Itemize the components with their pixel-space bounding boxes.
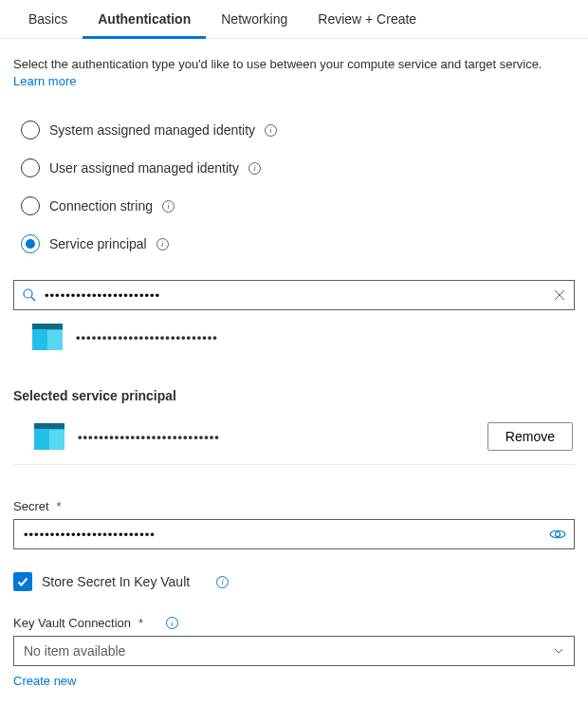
radio-connection-string[interactable]: Connection string i [21,187,575,225]
info-icon[interactable]: i [166,617,178,629]
selected-principal-name: ••••••••••••••••••••••••••• [78,430,220,444]
tab-authentication[interactable]: Authentication [83,0,206,39]
radio-system-assigned[interactable]: System assigned managed identity i [21,111,575,149]
app-icon [34,423,64,450]
auth-type-radio-group: System assigned managed identity i User … [21,111,575,263]
app-icon [32,324,63,350]
radio-circle-icon [21,121,40,139]
store-key-vault-checkbox[interactable] [13,572,32,591]
chevron-down-icon [553,645,564,657]
key-vault-connection-select[interactable]: No item available [13,636,575,666]
selected-principal-row: ••••••••••••••••••••••••••• Remove [13,413,575,465]
key-vault-connection-label: Key Vault Connection * i [13,616,575,630]
eye-icon[interactable] [549,528,566,541]
store-key-vault-label: Store Secret In Key Vault [42,574,190,589]
radio-circle-icon [21,234,40,253]
secret-input[interactable] [24,528,549,542]
required-asterisk: * [57,499,62,513]
info-icon[interactable]: i [265,124,277,137]
secret-label: Secret * [13,499,575,513]
radio-circle-icon [21,158,40,177]
tabs-bar: Basics Authentication Networking Review … [0,0,588,39]
svg-line-1 [31,297,35,301]
tab-review-create[interactable]: Review + Create [303,0,432,39]
learn-more-link[interactable]: Learn more [13,74,76,88]
radio-label: User assigned managed identity [49,160,239,176]
radio-label: Service principal [49,236,147,251]
required-asterisk: * [138,616,143,630]
info-icon[interactable]: i [248,162,261,175]
selected-principal-heading: Selected service principal [13,388,575,403]
radio-label: System assigned managed identity [49,122,255,138]
intro-text-content: Select the authentication type you'd lik… [13,57,542,71]
create-new-link[interactable]: Create new [13,674,76,688]
clear-icon[interactable] [553,288,566,302]
secret-label-text: Secret [13,499,49,513]
result-name: ••••••••••••••••••••••••••• [76,330,218,344]
store-key-vault-row: Store Secret In Key Vault i [13,572,575,591]
search-icon [22,288,37,303]
radio-service-principal[interactable]: Service principal i [21,225,575,263]
service-principal-search[interactable] [13,280,575,310]
remove-button[interactable]: Remove [487,422,573,451]
svg-point-0 [24,289,32,298]
secret-field[interactable] [13,519,575,549]
search-input[interactable] [37,288,553,303]
search-result-item[interactable]: ••••••••••••••••••••••••••• [13,310,575,363]
key-vault-connection-label-text: Key Vault Connection [13,616,131,630]
tab-basics[interactable]: Basics [13,0,83,39]
info-icon[interactable]: i [156,238,169,251]
radio-label: Connection string [49,198,153,213]
info-icon[interactable]: i [216,576,229,588]
radio-circle-icon [21,196,40,215]
radio-user-assigned[interactable]: User assigned managed identity i [21,149,575,187]
svg-point-4 [556,532,560,537]
intro-text: Select the authentication type you'd lik… [13,56,575,90]
tab-networking[interactable]: Networking [206,0,303,39]
info-icon[interactable]: i [162,200,175,213]
select-placeholder: No item available [24,643,125,659]
